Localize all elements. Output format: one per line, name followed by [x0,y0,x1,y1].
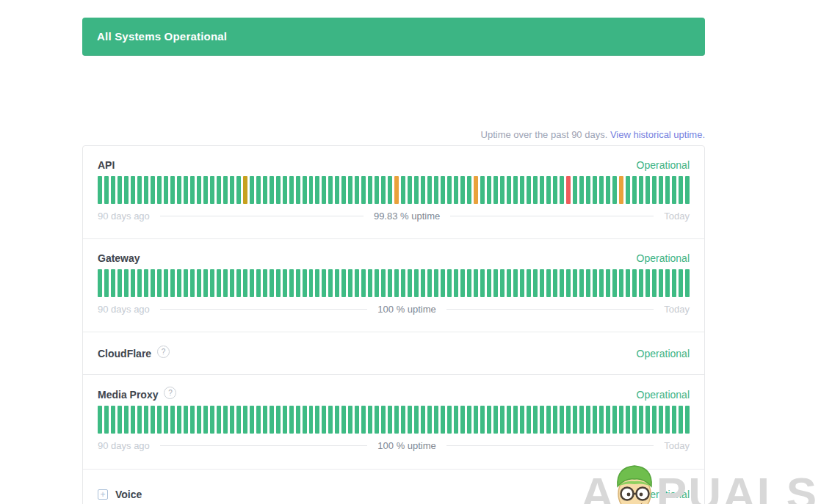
uptime-bar[interactable] [507,406,511,434]
uptime-bar[interactable] [164,406,168,434]
uptime-bar[interactable] [487,269,491,297]
uptime-bar[interactable] [361,269,366,297]
uptime-bar[interactable] [553,406,557,434]
uptime-bar[interactable] [527,176,531,204]
uptime-bar[interactable] [401,269,405,297]
uptime-bar[interactable] [527,269,531,297]
uptime-bar[interactable] [507,176,511,204]
uptime-bar[interactable] [131,406,135,434]
uptime-bar[interactable] [256,406,261,434]
uptime-bar[interactable] [223,176,228,204]
uptime-bar[interactable] [586,406,590,434]
uptime-bar[interactable] [408,269,412,297]
uptime-bar[interactable] [573,406,577,434]
uptime-bar[interactable] [210,269,214,297]
uptime-bar[interactable] [236,406,241,434]
uptime-bar[interactable] [111,406,115,434]
uptime-bar[interactable] [546,406,551,434]
uptime-bar[interactable] [454,269,458,297]
uptime-bar[interactable] [460,406,465,434]
uptime-bar[interactable] [230,406,234,434]
uptime-bar[interactable] [348,269,352,297]
uptime-bar[interactable] [236,269,241,297]
uptime-bar[interactable] [164,176,168,204]
uptime-bar[interactable] [328,406,333,434]
uptime-bar[interactable] [217,269,221,297]
uptime-bar[interactable] [566,269,571,297]
uptime-bar[interactable] [652,269,657,297]
uptime-bar[interactable] [124,176,129,204]
uptime-bar[interactable] [421,176,425,204]
uptime-bar[interactable] [487,406,491,434]
uptime-bar[interactable] [368,406,372,434]
uptime-bar[interactable] [579,269,584,297]
uptime-bar[interactable] [328,269,333,297]
uptime-bar[interactable] [665,176,670,204]
uptime-bar[interactable] [381,176,386,204]
uptime-bar[interactable] [203,406,208,434]
uptime-bar[interactable] [520,269,524,297]
uptime-bar[interactable] [593,176,597,204]
uptime-bar[interactable] [263,406,267,434]
uptime-bar[interactable] [243,176,247,204]
uptime-bar[interactable] [270,176,274,204]
uptime-bar[interactable] [665,406,670,434]
uptime-bar[interactable] [315,269,319,297]
uptime-bar[interactable] [513,406,518,434]
uptime-bar[interactable] [639,406,643,434]
uptime-bar[interactable] [289,269,294,297]
uptime-bar[interactable] [480,176,485,204]
uptime-bar[interactable] [520,176,524,204]
expand-plus-icon[interactable]: + [98,489,108,500]
uptime-bar[interactable] [408,176,412,204]
uptime-bar[interactable] [474,406,478,434]
uptime-bar[interactable] [553,269,557,297]
uptime-bar[interactable] [210,176,214,204]
uptime-bar[interactable] [560,406,564,434]
uptime-bar[interactable] [190,406,195,434]
uptime-bar[interactable] [98,406,102,434]
uptime-bar[interactable] [230,269,234,297]
uptime-bar[interactable] [322,269,326,297]
uptime-bar[interactable] [104,269,109,297]
uptime-bar[interactable] [296,406,300,434]
uptime-bar[interactable] [626,176,630,204]
uptime-bar[interactable] [170,269,175,297]
uptime-bar[interactable] [500,406,504,434]
uptime-bar[interactable] [315,406,319,434]
uptime-bar[interactable] [447,176,452,204]
uptime-bar[interactable] [533,176,538,204]
uptime-bar[interactable] [560,176,564,204]
uptime-bar[interactable] [309,176,314,204]
uptime-bar[interactable] [540,269,544,297]
uptime-bar[interactable] [474,176,478,204]
uptime-bar[interactable] [335,406,339,434]
uptime-bar[interactable] [421,406,425,434]
uptime-bar[interactable] [217,406,221,434]
uptime-bar[interactable] [493,176,498,204]
uptime-bar[interactable] [553,176,557,204]
uptime-bar[interactable] [388,406,392,434]
uptime-bar[interactable] [223,269,228,297]
uptime-bar[interactable] [599,406,604,434]
uptime-bar[interactable] [487,176,491,204]
uptime-bar[interactable] [223,406,228,434]
uptime-bar[interactable] [184,176,188,204]
uptime-bar[interactable] [447,269,452,297]
uptime-bar[interactable] [164,269,168,297]
uptime-bar[interactable] [230,176,234,204]
uptime-bar[interactable] [177,406,181,434]
uptime-bar[interactable] [566,406,571,434]
uptime-bar[interactable] [131,269,135,297]
uptime-bar[interactable] [586,269,590,297]
uptime-bar[interactable] [606,406,610,434]
uptime-bar[interactable] [645,176,650,204]
uptime-bar[interactable] [493,269,498,297]
uptime-bar[interactable] [184,269,188,297]
uptime-bar[interactable] [355,406,359,434]
uptime-bar[interactable] [414,176,419,204]
uptime-bar[interactable] [394,269,399,297]
uptime-bar[interactable] [210,406,214,434]
uptime-bar[interactable] [659,269,663,297]
uptime-bar[interactable] [276,406,281,434]
